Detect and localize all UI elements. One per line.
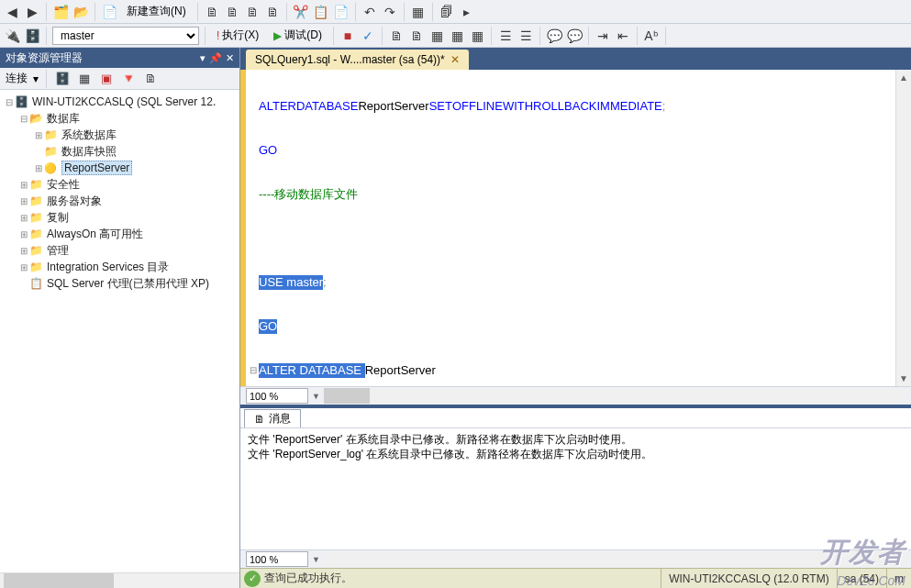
status-server: WIN-UTI2KCCASLQ (12.0 RTM): [661, 569, 836, 588]
status-user: sa (54): [837, 569, 886, 588]
redo-icon[interactable]: ↷: [382, 4, 398, 20]
collapse-icon[interactable]: ⊟: [18, 114, 29, 124]
expand-icon[interactable]: ⊞: [18, 180, 29, 190]
tree-alwayson-node[interactable]: ⊞AlwaysOn 高可用性: [2, 226, 238, 242]
editor-hscroll[interactable]: [324, 388, 905, 404]
oe-t3-icon[interactable]: ▣: [98, 71, 115, 87]
g-icon[interactable]: ▸: [459, 4, 475, 20]
messages-panel: 🗎 消息 文件 'ReportServer' 在系统目录中已修改。新路径将在数据…: [240, 405, 911, 588]
pin-icon[interactable]: 📌: [209, 52, 222, 64]
tree-integration-node[interactable]: ⊞Integration Services 目录: [2, 259, 238, 275]
a-icon[interactable]: 🗎: [204, 4, 220, 20]
msg-zoom-combo[interactable]: [246, 551, 308, 567]
oe-t4-icon[interactable]: 🗎: [142, 71, 159, 87]
project-icon[interactable]: 🗂️: [52, 4, 69, 20]
editor-vscroll[interactable]: ▲▼: [895, 70, 911, 386]
conn-icon[interactable]: 🔌: [4, 28, 20, 44]
oe-t1-icon[interactable]: 🗄️: [54, 71, 71, 87]
tree-management-node[interactable]: ⊞管理: [2, 242, 238, 259]
code-editor[interactable]: ALTER DATABASE ReportServer SET OFFLINE …: [246, 70, 895, 386]
editor-area: SQLQuery1.sql - W....master (sa (54))* ✕…: [240, 48, 911, 588]
indent-icon[interactable]: ⇥: [594, 28, 611, 44]
t2-icon[interactable]: 🗎: [408, 28, 425, 44]
cut-icon[interactable]: ✂️: [293, 4, 309, 20]
messages-tab[interactable]: 🗎 消息: [244, 409, 301, 427]
t8-icon[interactable]: Aᵇ: [643, 28, 660, 44]
messages-hscroll[interactable]: [324, 551, 905, 567]
zoom-dropdown-icon[interactable]: ▼: [312, 392, 320, 401]
t6-icon[interactable]: ☰: [497, 28, 514, 44]
t1-icon[interactable]: 🗎: [388, 28, 405, 44]
f-icon[interactable]: 🗐: [439, 4, 455, 20]
tree-reportserver-node[interactable]: ⊞ReportServer: [2, 160, 238, 176]
stop-icon[interactable]: ■: [339, 28, 356, 44]
copy-icon[interactable]: 📋: [313, 4, 329, 20]
tree-snapshot-node[interactable]: 数据库快照: [2, 143, 238, 160]
object-explorer-title: 对象资源管理器 ▾ 📌 ✕: [0, 48, 239, 68]
parse-icon[interactable]: ✓: [360, 28, 376, 44]
open-icon[interactable]: 📂: [72, 4, 89, 20]
message-line: 文件 'ReportServer' 在系统目录中已修改。新路径将在数据库下次启动…: [248, 432, 904, 447]
e-icon[interactable]: ▦: [410, 4, 427, 20]
db-change-icon[interactable]: 🗄️: [24, 28, 40, 44]
tree-sysdb-node[interactable]: ⊞系统数据库: [2, 127, 238, 143]
sidebar-hscroll[interactable]: [0, 572, 239, 588]
undo-icon[interactable]: ↶: [361, 4, 378, 20]
tree-agent-node[interactable]: SQL Server 代理(已禁用代理 XP): [2, 275, 238, 292]
connect-dropdown-icon[interactable]: ▾: [33, 72, 39, 85]
message-line: 文件 'ReportServer_log' 在系统目录中已修改。新路径将在数据库…: [248, 447, 904, 461]
messages-body[interactable]: 文件 'ReportServer' 在系统目录中已修改。新路径将在数据库下次启动…: [240, 428, 911, 549]
c-icon[interactable]: 🗎: [244, 4, 261, 20]
status-db: m: [886, 569, 911, 588]
zoom-dropdown-icon[interactable]: ▼: [312, 555, 320, 564]
expand-icon[interactable]: ⊞: [33, 163, 44, 173]
debug-button[interactable]: ▶调试(D): [268, 27, 328, 45]
zoom-combo[interactable]: [246, 388, 308, 404]
tree-databases-node[interactable]: ⊟数据库: [2, 110, 238, 127]
close-panel-icon[interactable]: ✕: [226, 52, 234, 64]
status-text: 查询已成功执行。: [264, 571, 352, 586]
new-icon[interactable]: 📄: [101, 4, 117, 20]
uncomment-icon[interactable]: 💬: [566, 28, 583, 44]
play-icon: ▶: [273, 29, 282, 42]
editor-tab-label: SQLQuery1.sql - W....master (sa (54))*: [255, 53, 445, 66]
comment-icon[interactable]: 💬: [546, 28, 562, 44]
collapse-icon[interactable]: ⊟: [4, 97, 15, 107]
tree-security-node[interactable]: ⊞安全性: [2, 176, 238, 193]
scroll-up-icon[interactable]: ▲: [896, 70, 911, 85]
editor-tab[interactable]: SQLQuery1.sql - W....master (sa (54))* ✕: [246, 50, 469, 70]
oe-filter-icon[interactable]: 🔻: [120, 71, 137, 87]
expand-icon[interactable]: ⊞: [18, 196, 29, 206]
messages-icon: 🗎: [254, 413, 265, 426]
tree-server-node[interactable]: ⊟WIN-UTI2KCCASLQ (SQL Server 12.: [2, 94, 238, 110]
tree-serverobjects-node[interactable]: ⊞服务器对象: [2, 193, 238, 209]
oe-t2-icon[interactable]: ▦: [76, 71, 93, 87]
t5-icon[interactable]: ▦: [469, 28, 485, 44]
forward-icon[interactable]: ▶: [24, 4, 40, 20]
paste-icon[interactable]: 📄: [333, 4, 350, 20]
dropdown-icon[interactable]: ▾: [200, 52, 206, 64]
scroll-down-icon[interactable]: ▼: [896, 371, 911, 386]
connect-label: 连接: [6, 71, 28, 86]
main-toolbar-2: 🔌 🗄️ master !执行(X) ▶调试(D) ■ ✓ 🗎 🗎 ▦ ▦ ▦ …: [0, 24, 911, 48]
expand-icon[interactable]: ⊞: [33, 130, 44, 140]
database-combo[interactable]: master: [52, 27, 199, 45]
new-query-button[interactable]: 新建查询(N): [121, 3, 192, 21]
close-tab-icon[interactable]: ✕: [450, 53, 460, 66]
t7-icon[interactable]: ☰: [517, 28, 534, 44]
t3-icon[interactable]: ▦: [428, 28, 445, 44]
d-icon[interactable]: 🗎: [264, 4, 281, 20]
tree-replication-node[interactable]: ⊞复制: [2, 209, 238, 226]
editor-zoom-row: ▼: [240, 386, 911, 405]
outdent-icon[interactable]: ⇤: [615, 28, 631, 44]
expand-icon[interactable]: ⊞: [18, 262, 29, 272]
b-icon[interactable]: 🗎: [224, 4, 240, 20]
expand-icon[interactable]: ⊞: [18, 246, 29, 256]
object-explorer-panel: 对象资源管理器 ▾ 📌 ✕ 连接 ▾ 🗄️ ▦ ▣ 🔻 🗎 ⊟WIN-UTI2K…: [0, 48, 240, 588]
execute-button[interactable]: !执行(X): [211, 27, 264, 45]
t4-icon[interactable]: ▦: [449, 28, 465, 44]
expand-icon[interactable]: ⊞: [18, 213, 29, 223]
back-icon[interactable]: ◀: [4, 4, 20, 20]
expand-icon[interactable]: ⊞: [18, 229, 29, 239]
object-explorer-tree[interactable]: ⊟WIN-UTI2KCCASLQ (SQL Server 12. ⊟数据库 ⊞系…: [0, 90, 239, 572]
